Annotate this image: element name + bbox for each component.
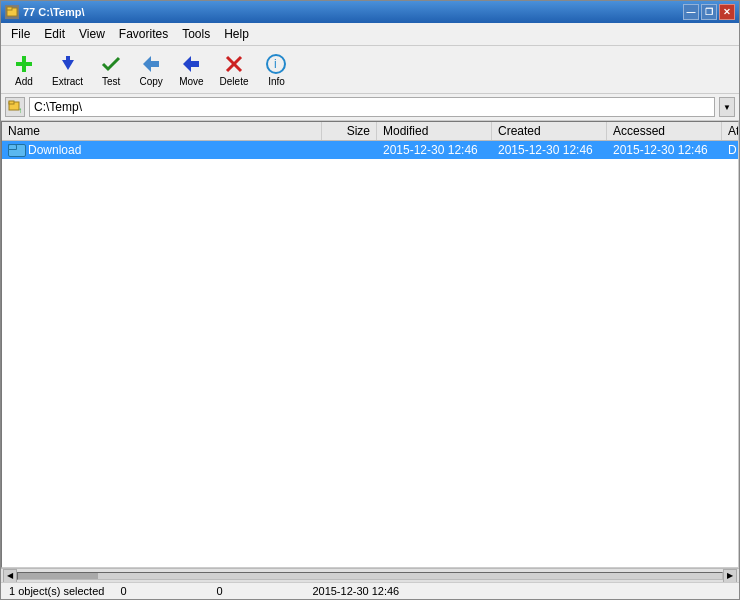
file-name: Download [28, 143, 81, 157]
delete-icon [222, 52, 246, 76]
close-button[interactable]: ✕ [719, 4, 735, 20]
menu-item-file[interactable]: File [5, 25, 36, 43]
file-size-cell [322, 149, 377, 151]
info-label: Info [268, 76, 285, 87]
toolbar-btn-move[interactable]: Move [172, 49, 210, 90]
svg-rect-5 [66, 56, 70, 64]
toolbar-btn-copy[interactable]: Copy [132, 49, 170, 90]
menu-item-tools[interactable]: Tools [176, 25, 216, 43]
file-view[interactable]: Name Size Modified Created Accessed Attr… [1, 121, 739, 568]
toolbar: AddExtractTestCopyMoveDeleteiInfo [1, 46, 739, 94]
scroll-track[interactable] [17, 572, 723, 580]
add-label: Add [15, 76, 33, 87]
table-row[interactable]: Download 2015-12-30 12:46 2015-12-30 12:… [2, 141, 738, 159]
status-size: 0 [120, 585, 200, 597]
delete-label: Delete [220, 76, 249, 87]
address-input[interactable] [29, 97, 715, 117]
window-title: 77 C:\Temp\ [23, 6, 85, 18]
svg-marker-7 [183, 56, 199, 72]
nav-up-button[interactable]: ↑ [5, 97, 25, 117]
copy-label: Copy [139, 76, 162, 87]
test-icon [99, 52, 123, 76]
title-bar-left: 77 C:\Temp\ [5, 5, 85, 19]
file-created-cell: 2015-12-30 12:46 [492, 142, 607, 158]
toolbar-btn-delete[interactable]: Delete [213, 49, 256, 90]
toolbar-btn-add[interactable]: Add [5, 49, 43, 90]
title-controls: — ❐ ✕ [683, 4, 735, 20]
col-header-accessed[interactable]: Accessed [607, 122, 722, 140]
menu-item-edit[interactable]: Edit [38, 25, 71, 43]
move-label: Move [179, 76, 203, 87]
horizontal-scrollbar[interactable]: ◀ ▶ [1, 568, 739, 582]
col-header-size[interactable]: Size [322, 122, 377, 140]
toolbar-btn-test[interactable]: Test [92, 49, 130, 90]
address-dropdown-button[interactable]: ▼ [719, 97, 735, 117]
col-header-name[interactable]: Name [2, 122, 322, 140]
extract-icon [56, 52, 80, 76]
folder-icon [8, 144, 24, 157]
menu-item-favorites[interactable]: Favorites [113, 25, 174, 43]
app-icon [5, 5, 19, 19]
status-selected: 1 object(s) selected [9, 585, 104, 597]
restore-button[interactable]: ❐ [701, 4, 717, 20]
move-icon [179, 52, 203, 76]
file-accessed-cell: 2015-12-30 12:46 [607, 142, 722, 158]
svg-text:↑: ↑ [18, 106, 22, 114]
scroll-left-button[interactable]: ◀ [3, 569, 17, 583]
minimize-button[interactable]: — [683, 4, 699, 20]
status-bar: 1 object(s) selected 0 0 2015-12-30 12:4… [1, 582, 739, 599]
test-label: Test [102, 76, 120, 87]
scroll-right-button[interactable]: ▶ [723, 569, 737, 583]
svg-rect-3 [22, 56, 26, 72]
file-modified-cell: 2015-12-30 12:46 [377, 142, 492, 158]
info-icon: i [264, 52, 288, 76]
svg-text:i: i [274, 57, 277, 71]
svg-marker-6 [143, 56, 159, 72]
main-window: 77 C:\Temp\ — ❐ ✕ FileEditViewFavoritesT… [0, 0, 740, 600]
menu-item-view[interactable]: View [73, 25, 111, 43]
extract-label: Extract [52, 76, 83, 87]
column-header: Name Size Modified Created Accessed Attr… [2, 122, 738, 141]
toolbar-btn-extract[interactable]: Extract [45, 49, 90, 90]
address-bar: ↑ ▼ [1, 94, 739, 121]
col-header-created[interactable]: Created [492, 122, 607, 140]
title-bar: 77 C:\Temp\ — ❐ ✕ [1, 1, 739, 23]
menu-bar: FileEditViewFavoritesToolsHelp [1, 23, 739, 46]
svg-rect-13 [9, 101, 14, 104]
toolbar-btn-info[interactable]: iInfo [257, 49, 295, 90]
status-compressed: 0 [216, 585, 296, 597]
svg-rect-1 [7, 7, 12, 10]
col-header-attributes[interactable]: Attributes [722, 122, 739, 140]
file-name-cell: Download [2, 142, 322, 158]
menu-item-help[interactable]: Help [218, 25, 255, 43]
file-attributes-cell: D [722, 142, 738, 158]
scroll-thumb[interactable] [18, 573, 98, 579]
status-date: 2015-12-30 12:46 [312, 585, 399, 597]
add-icon [12, 52, 36, 76]
copy-icon [139, 52, 163, 76]
col-header-modified[interactable]: Modified [377, 122, 492, 140]
